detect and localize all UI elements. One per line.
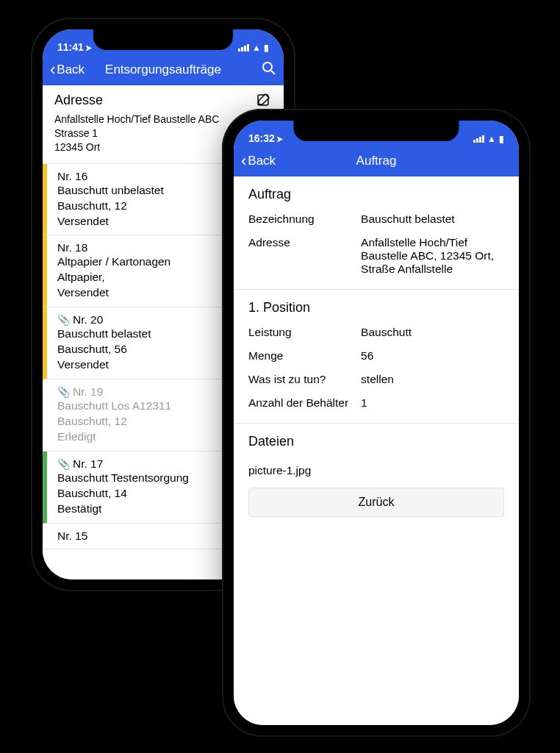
file-row[interactable]: picture-1.jpg	[248, 460, 504, 488]
kv-key: Bezeichnung	[248, 213, 361, 226]
chevron-left-icon: ‹	[241, 153, 246, 169]
signal-icon	[473, 135, 484, 143]
phone-right-mock: 16:32➤ ▲ ▮ ‹ Back Auftrag Auftrag Bezeic…	[222, 109, 531, 737]
order-nr: Nr. 15	[57, 529, 87, 543]
kv-menge: Menge 56	[248, 349, 504, 363]
section-heading: Dateien	[248, 434, 504, 449]
kv-key: Menge	[248, 349, 361, 363]
kv-value: Bauschutt	[361, 326, 504, 339]
screen-right: 16:32➤ ▲ ▮ ‹ Back Auftrag Auftrag Bezeic…	[234, 121, 519, 725]
battery-icon: ▮	[264, 43, 269, 53]
order-nr: 📎 Nr. 17	[57, 457, 103, 471]
navbar: ‹ Back Entsorgungsaufträge	[43, 54, 284, 85]
attachment-icon: 📎	[57, 386, 70, 398]
svg-point-0	[263, 63, 272, 71]
kv-key: Adresse	[248, 236, 361, 276]
kv-key: Anzahl der Behälter	[248, 396, 361, 410]
notch	[93, 29, 233, 50]
kv-value: Bauschutt belastet	[361, 213, 504, 226]
chevron-left-icon: ‹	[50, 62, 55, 78]
wifi-icon: ▲	[252, 43, 261, 53]
wifi-icon: ▲	[487, 134, 496, 144]
order-nr: 📎 Nr. 20	[57, 313, 103, 326]
kv-anzahl: Anzahl der Behälter 1	[248, 396, 504, 410]
kv-was: Was ist zu tun? stellen	[248, 373, 504, 386]
nav-title: Auftrag	[292, 154, 460, 168]
search-button[interactable]	[225, 61, 276, 79]
battery-icon: ▮	[499, 134, 504, 144]
back-label: Back	[248, 154, 276, 168]
navbar: ‹ Back Auftrag	[234, 146, 519, 176]
kv-value: 56	[361, 349, 504, 363]
search-icon	[262, 63, 276, 79]
section-position: 1. Position Leistung Bauschutt Menge 56 …	[234, 290, 519, 424]
kv-value: 1	[361, 396, 504, 410]
status-time: 16:32➤	[248, 132, 283, 144]
svg-line-1	[271, 71, 275, 74]
status-right-icons: ▲ ▮	[238, 43, 269, 53]
order-nr: Nr. 18	[57, 241, 87, 254]
order-nr: Nr. 16	[57, 170, 87, 183]
back-button[interactable]: ‹ Back	[50, 62, 101, 78]
section-files: Dateien picture-1.jpg Zurück	[234, 424, 519, 535]
attachment-icon: 📎	[57, 314, 70, 326]
kv-key: Leistung	[248, 326, 361, 339]
notch	[293, 121, 459, 141]
signal-icon	[238, 44, 249, 51]
back-button[interactable]: ‹ Back	[241, 153, 292, 169]
back-label: Back	[57, 63, 85, 77]
attachment-icon: 📎	[57, 458, 70, 470]
section-heading: Auftrag	[248, 187, 504, 202]
order-nr: 📎 Nr. 19	[57, 385, 103, 399]
kv-leistung: Leistung Bauschutt	[248, 326, 504, 339]
location-icon: ➤	[276, 135, 283, 143]
location-icon: ➤	[85, 43, 92, 52]
content: Auftrag Bezeichnung Bauschutt belastet A…	[234, 176, 519, 725]
nav-title: Entsorgungsaufträge	[101, 63, 225, 77]
section-heading: 1. Position	[248, 300, 504, 315]
kv-bezeichnung: Bezeichnung Bauschutt belastet	[248, 213, 504, 226]
kv-value: stellen	[361, 373, 504, 386]
kv-value: Anfallstelle Hoch/Tief Baustelle ABC, 12…	[361, 236, 504, 276]
status-right-icons: ▲ ▮	[473, 134, 504, 144]
kv-adresse: Adresse Anfallstelle Hoch/Tief Baustelle…	[248, 236, 504, 276]
kv-key: Was ist zu tun?	[248, 373, 361, 386]
status-time: 11:41➤	[57, 41, 92, 53]
section-auftrag: Auftrag Bezeichnung Bauschutt belastet A…	[234, 176, 519, 290]
zurueck-button[interactable]: Zurück	[248, 488, 504, 517]
address-heading: Adresse	[54, 93, 272, 108]
